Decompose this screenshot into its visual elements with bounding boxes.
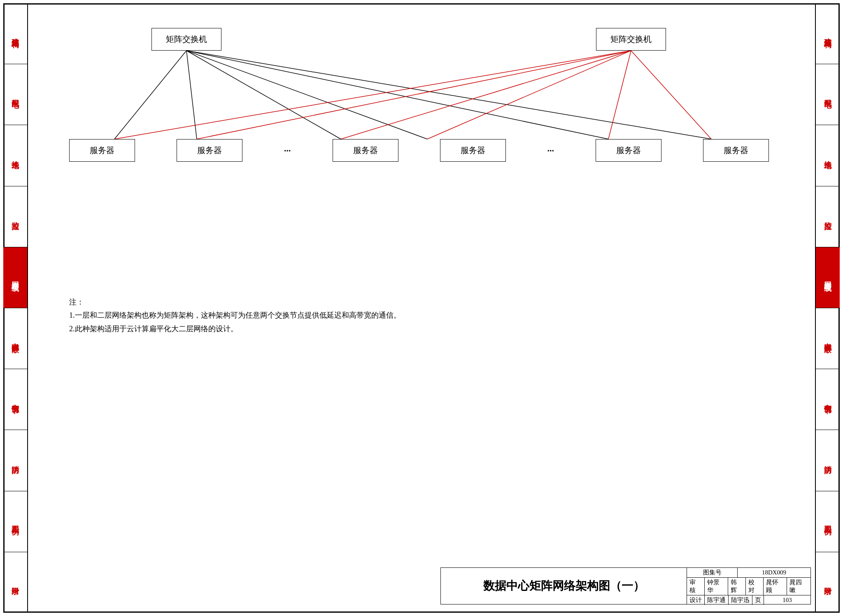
sidebar-item-r-gpd[interactable]: 供配电 <box>816 64 840 125</box>
main-title: 数据中心矩阵网络架构图（一） <box>441 568 687 604</box>
notes-title: 注： <box>69 295 563 309</box>
server-1-label: 服务器 <box>90 145 114 156</box>
sidebar-item-r-xf[interactable]: 消防 <box>816 430 840 491</box>
sidebar-item-r-jk[interactable]: 监控 <box>816 186 840 247</box>
svg-line-7 <box>197 51 631 139</box>
review-sig: 韩辉 <box>728 578 746 595</box>
sidebar-item-r-jd[interactable]: 接地 <box>816 125 840 186</box>
notes-line-1: 1.一层和二层网络架构也称为矩阵架构，这种架构可为任意两个交换节点提供低延迟和高… <box>69 309 563 322</box>
sidebar-item-r-dzpp[interactable]: 电磁屏蔽 <box>816 308 840 369</box>
svg-line-10 <box>608 51 631 139</box>
switch-left-label: 矩阵交换机 <box>166 34 207 45</box>
left-sidebar: 建筑结构 供配电 接地 监控 网络布线 电磁屏蔽 空气调节 消防 工程示例 附录 <box>3 3 28 613</box>
title-meta: 图集号 18DX009 审核 钟景华 韩辉 校对 晁怀顾 晁四嗽 设计 陈宇通 … <box>687 568 810 604</box>
sidebar-item-r-kqtj[interactable]: 空气调节 <box>816 369 840 430</box>
server-box-4: 服务器 <box>333 139 398 162</box>
svg-line-9 <box>427 51 631 139</box>
svg-line-4 <box>186 51 608 139</box>
right-sidebar: 建筑结构 供配电 接地 监控 网络布线 电磁屏蔽 空气调节 消防 工程示例 附录 <box>815 3 840 613</box>
notes-line-2: 2.此种架构适用于云计算扁平化大二层网络的设计。 <box>69 322 563 335</box>
page-value: 103 <box>764 595 810 605</box>
notes-area: 注： 1.一层和二层网络架构也称为矩阵架构，这种架构可为任意两个交换节点提供低延… <box>69 295 563 335</box>
sidebar-item-xf[interactable]: 消防 <box>3 430 27 491</box>
sidebar-item-wlbx[interactable]: 网络布线 <box>3 247 27 308</box>
sidebar-item-jzjg[interactable]: 建筑结构 <box>3 3 27 64</box>
review-label: 审核 <box>687 578 705 595</box>
server-box-8: 服务器 <box>703 139 769 162</box>
check-name: 晁怀顾 <box>764 578 787 595</box>
meta-row-collection: 图集号 18DX009 <box>687 568 810 578</box>
svg-line-5 <box>186 51 711 139</box>
title-block: 数据中心矩阵网络架构图（一） 图集号 18DX009 审核 钟景华 韩辉 校对 … <box>440 567 811 604</box>
server-box-1: 服务器 <box>69 139 135 162</box>
sidebar-item-fl[interactable]: 附录 <box>3 552 27 613</box>
server-row: 服务器 服务器 ··· 服务器 服务器 ··· 服务器 服务器 <box>69 139 769 162</box>
design-sig: 陆宇迅 <box>729 595 752 605</box>
svg-line-0 <box>114 51 186 139</box>
switch-right-label: 矩阵交换机 <box>610 34 652 45</box>
design-label: 设计 <box>687 595 705 605</box>
sidebar-item-gcsl[interactable]: 工程示例 <box>3 491 27 552</box>
switch-left-box: 矩阵交换机 <box>151 28 221 51</box>
server-box-2: 服务器 <box>177 139 242 162</box>
server-5-label: 服务器 <box>461 145 485 156</box>
review-name: 钟景华 <box>705 578 729 595</box>
main-content: 矩阵交换机 矩阵交换机 服务器 服务器 ··· 服务器 服务器 ··· 服务器 <box>28 7 815 609</box>
sidebar-item-r-fl[interactable]: 附录 <box>816 552 840 613</box>
page-label: 页 <box>752 595 764 605</box>
dots-2: ··· <box>547 145 554 156</box>
meta-row-review: 审核 钟景华 韩辉 校对 晁怀顾 晁四嗽 <box>687 578 810 595</box>
sidebar-item-r-jzjg[interactable]: 建筑结构 <box>816 3 840 64</box>
server-4-label: 服务器 <box>353 145 378 156</box>
collection-value: 18DX009 <box>738 568 810 577</box>
server-7-label: 服务器 <box>616 145 641 156</box>
sidebar-item-jd[interactable]: 接地 <box>3 125 27 186</box>
main-title-text: 数据中心矩阵网络架构图（一） <box>483 578 645 594</box>
server-8-label: 服务器 <box>724 145 748 156</box>
svg-line-3 <box>186 51 427 139</box>
dots-1: ··· <box>284 145 291 156</box>
network-diagram: 矩阵交换机 矩阵交换机 服务器 服务器 ··· 服务器 服务器 ··· 服务器 <box>69 20 769 275</box>
sidebar-item-r-gcsl[interactable]: 工程示例 <box>816 491 840 552</box>
sidebar-item-gpd[interactable]: 供配电 <box>3 64 27 125</box>
meta-row-design: 设计 陈宇通 陆宇迅 页 103 <box>687 595 810 605</box>
design-name: 陈宇通 <box>705 595 729 605</box>
sidebar-item-dzpp[interactable]: 电磁屏蔽 <box>3 308 27 369</box>
svg-line-8 <box>341 51 631 139</box>
sidebar-item-kqtj[interactable]: 空气调节 <box>3 369 27 430</box>
switch-right-box: 矩阵交换机 <box>596 28 666 51</box>
check-label: 校对 <box>746 578 764 595</box>
server-box-5: 服务器 <box>440 139 506 162</box>
sidebar-item-r-wlbx[interactable]: 网络布线 <box>816 247 840 308</box>
sidebar-item-jk[interactable]: 监控 <box>3 186 27 247</box>
server-box-7: 服务器 <box>596 139 661 162</box>
server-2-label: 服务器 <box>197 145 222 156</box>
collection-label: 图集号 <box>687 568 738 577</box>
svg-line-11 <box>631 51 711 139</box>
check-sig: 晁四嗽 <box>787 578 810 595</box>
